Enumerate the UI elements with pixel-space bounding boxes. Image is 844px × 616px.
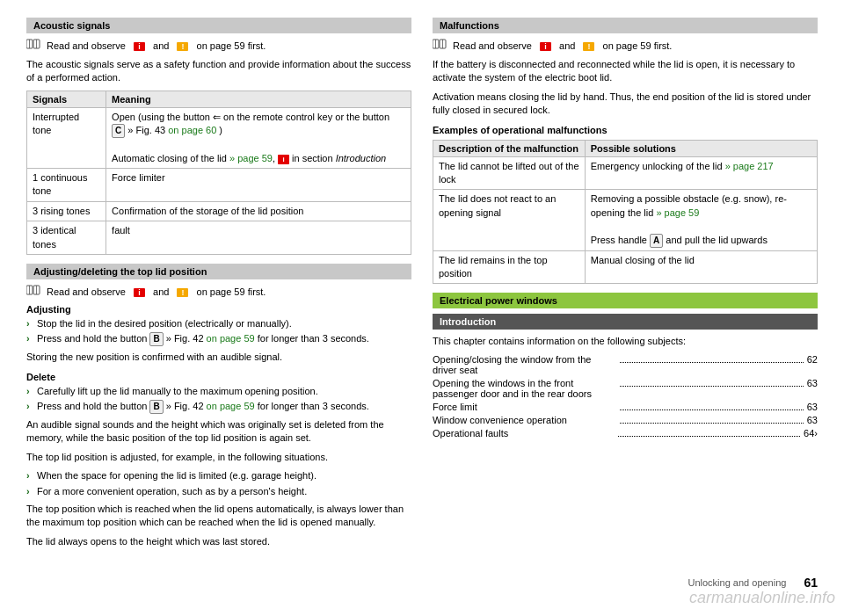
badge-red-i: i (134, 42, 145, 51)
adjusting-read-observe: Read and observe i and ! on page 59 firs… (26, 285, 411, 297)
toc-page-5: 64› (804, 428, 818, 438)
table-row: Interrupted tone Open (using the button … (27, 107, 411, 168)
and-text-3: and (559, 40, 575, 51)
acoustic-signals-header: Acoustic signals (26, 18, 411, 33)
top-lid-item-2: For a more convenient operation, such as… (26, 485, 411, 498)
examples-heading: Examples of operational malfunctions (433, 125, 818, 135)
adjusting-header: Adjusting/deleting the top lid position (26, 264, 411, 279)
right-column: Malfunctions Read and observe i and ! on… (433, 18, 818, 554)
toc-entry-3: Force limit 63 (433, 402, 818, 412)
toc-text-3: Force limit (433, 402, 616, 412)
badge-red-i3: i (540, 42, 551, 51)
toc-text-5: Operational faults (433, 428, 615, 438)
badge-yellow-excl3: ! (583, 42, 594, 51)
malfunction-solution-2: Removing a possible obstacle (e.g. snow)… (585, 190, 817, 250)
toc-text-2: Opening the windows in the front passeng… (433, 378, 616, 399)
on-page-text: on page 59 first. (197, 40, 266, 51)
top-lid-text: The top lid position is adjusted, for ex… (26, 451, 411, 464)
top-lid-item-1: When the space for opening the lid is li… (26, 469, 411, 482)
malfunction-para1: If the battery is disconnected and recon… (433, 58, 818, 85)
book-icon (26, 39, 40, 49)
introduction-subheader: Introduction (433, 314, 818, 330)
meaning-3rising: Confirmation of the storage of the lid p… (106, 201, 411, 221)
malfunction-desc-col: Description of the malfunction (433, 140, 586, 156)
malfunction-solution-1: Emergency unlocking of the lid » page 21… (585, 156, 817, 190)
toc-dots-1 (620, 362, 804, 363)
badge-red-i2: i (134, 288, 145, 297)
adjusting-section: Adjusting/deleting the top lid position … (26, 264, 411, 548)
watermark: carmanualonline.info (689, 589, 835, 607)
signal-3rising: 3 rising tones (27, 201, 106, 221)
toc-entry-5: Operational faults 64› (433, 428, 818, 438)
acoustic-intro: The acoustic signals serve as a safety f… (26, 58, 411, 85)
signal-1continuous: 1 continuous tone (27, 168, 106, 201)
meaning-interrupted: Open (using the button ⇐ on the remote c… (106, 107, 411, 168)
storing-text: Storing the new position is confirmed wi… (26, 351, 411, 364)
signals-table: Signals Meaning Interrupted tone Open (u… (26, 91, 411, 255)
last-text: The lid always opens to the height which… (26, 535, 411, 548)
adjusting-heading: Adjusting (26, 304, 411, 315)
toc-dots-3 (620, 409, 804, 410)
toc-list: Opening/closing the window from the driv… (433, 354, 818, 438)
toc-text-4: Window convenience operation (433, 415, 616, 425)
toc-page-4: 63 (807, 415, 818, 425)
toc-text-1: Opening/closing the window from the driv… (433, 354, 616, 375)
read-text-2: Read and observe (47, 286, 126, 297)
page-layout: Acoustic signals Read and observe i and … (26, 18, 818, 554)
acoustic-read-observe: Read and observe i and ! on page 59 firs… (26, 39, 411, 51)
read-text-3: Read and observe (453, 40, 532, 51)
toc-dots-5 (618, 436, 800, 437)
toc-entry-1: Opening/closing the window from the driv… (433, 354, 818, 375)
table-row: 1 continuous tone Force limiter (27, 168, 411, 201)
and-text-2: and (153, 286, 169, 297)
book-icon-3 (433, 39, 447, 49)
toc-dots-2 (620, 386, 804, 387)
lower-text: The top position which is reached when t… (26, 503, 411, 530)
malfunction-table: Description of the malfunction Possible … (433, 140, 818, 285)
toc-dots-4 (620, 423, 804, 424)
table-row: 3 identical tones fault (27, 221, 411, 255)
toc-entry-4: Window convenience operation 63 (433, 415, 818, 425)
table-row: The lid does not react to an opening sig… (433, 190, 818, 250)
malfunctions-read-observe: Read and observe i and ! on page 59 firs… (433, 39, 818, 51)
signals-col-header: Signals (27, 91, 106, 107)
signal-3identical: 3 identical tones (27, 221, 106, 255)
badge-yellow-excl2: ! (177, 288, 188, 297)
electrical-intro: This chapter contains information on the… (433, 335, 818, 348)
malfunctions-header: Malfunctions (433, 18, 818, 33)
toc-page-1: 62 (807, 354, 818, 365)
read-text: Read and observe (47, 40, 126, 51)
acoustic-signals-section: Acoustic signals Read and observe i and … (26, 18, 411, 255)
malfunction-desc-1: The lid cannot be lifted out of the lock (433, 156, 586, 190)
signal-interrupted: Interrupted tone (27, 107, 106, 168)
malfunction-desc-2: The lid does not react to an opening sig… (433, 190, 586, 250)
table-row: The lid remains in the top position Manu… (433, 250, 818, 284)
badge-yellow-excl: ! (177, 42, 188, 51)
on-page-text-3: on page 59 first. (603, 40, 673, 51)
page-footer: Unlocking and opening 61 (26, 571, 818, 590)
meaning-col-header: Meaning (106, 91, 411, 107)
malfunction-solution-3: Manual closing of the lid (585, 250, 817, 284)
delete-item-1: Carefully lift up the lid manually to th… (26, 385, 411, 398)
adjust-item-2: Press and hold the button B » Fig. 42 on… (26, 332, 411, 346)
malfunctions-section: Malfunctions Read and observe i and ! on… (433, 18, 818, 284)
toc-page-2: 63 (807, 378, 818, 388)
delete-item-2: Press and hold the button B » Fig. 42 on… (26, 400, 411, 414)
malfunction-para2: Activation means closing the lid by hand… (433, 91, 818, 118)
toc-entry-2: Opening the windows in the front passeng… (433, 378, 818, 399)
electrical-header: Electrical power windows (433, 293, 818, 308)
toc-page-3: 63 (807, 402, 818, 412)
malfunction-desc-3: The lid remains in the top position (433, 250, 586, 284)
delete-heading: Delete (26, 372, 411, 382)
table-row: 3 rising tones Confirmation of the stora… (27, 201, 411, 221)
meaning-1continuous: Force limiter (106, 168, 411, 201)
on-page-text-2: on page 59 first. (197, 286, 266, 297)
malfunction-solution-col: Possible solutions (585, 140, 817, 156)
footer-section-label: Unlocking and opening (688, 577, 787, 588)
meaning-3identical: fault (106, 221, 411, 255)
book-icon-2 (26, 285, 40, 295)
electrical-section: Electrical power windows Introduction Th… (433, 293, 818, 438)
audible-text: An audible signal sounds and the height … (26, 418, 411, 446)
adjust-item-1: Stop the lid in the desired position (el… (26, 317, 411, 330)
and-text: and (153, 40, 169, 51)
